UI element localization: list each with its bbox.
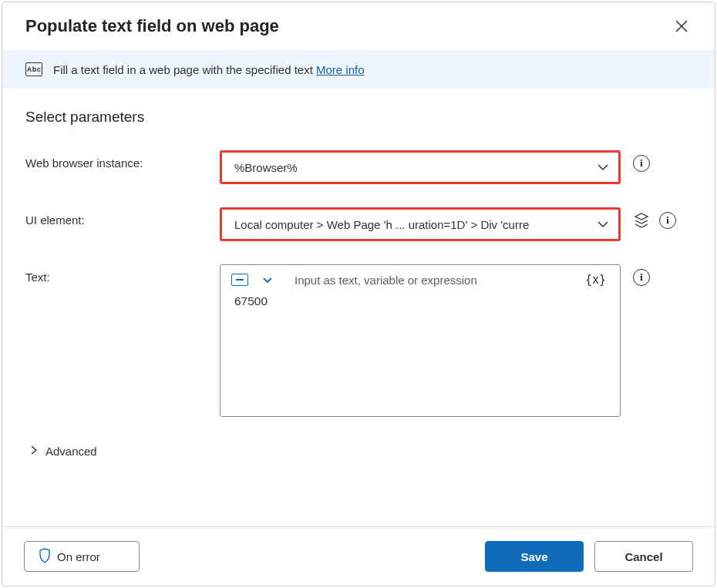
info-bar: Abc Fill a text field in a web page with… <box>2 50 715 89</box>
element-select[interactable]: Local computer > Web Page 'h ... uration… <box>220 207 621 241</box>
text-editor: Input as text, variable or expression {x… <box>220 264 621 417</box>
text-editor-toolbar: Input as text, variable or expression {x… <box>220 265 620 291</box>
browser-info-button[interactable]: i <box>633 155 650 172</box>
browser-select-value: %Browser% <box>234 161 298 174</box>
on-error-button[interactable]: On error <box>24 541 140 572</box>
element-picker-button[interactable] <box>633 212 650 229</box>
element-select-value: Local computer > Web Page 'h ... uration… <box>234 218 529 231</box>
browser-label: Web browser instance: <box>25 150 220 170</box>
dialog-header: Populate text field on web page <box>2 2 715 50</box>
element-label: UI element: <box>25 207 220 227</box>
advanced-toggle[interactable]: Advanced <box>25 440 692 458</box>
dialog-footer: On error Save Cancel <box>2 526 715 586</box>
text-info-button[interactable]: i <box>633 269 650 286</box>
close-icon <box>675 24 688 35</box>
info-icon: i <box>633 155 650 172</box>
cancel-button[interactable]: Cancel <box>594 541 693 572</box>
browser-select[interactable]: %Browser% <box>220 150 621 184</box>
input-mode-dropdown[interactable] <box>262 277 273 284</box>
save-button[interactable]: Save <box>485 541 584 572</box>
section-title: Select parameters <box>25 109 692 126</box>
param-row-browser: Web browser instance: %Browser% i <box>25 150 692 184</box>
text-placeholder: Input as text, variable or expression <box>281 274 574 287</box>
text-input[interactable]: 67500 <box>220 291 620 399</box>
param-row-element: UI element: Local computer > Web Page 'h… <box>25 207 692 241</box>
input-mode-icon <box>231 274 248 286</box>
close-button[interactable] <box>672 16 692 36</box>
param-row-text: Text: Input as text, variable or express… <box>25 264 692 417</box>
chevron-right-icon <box>30 445 38 458</box>
info-text: Fill a text field in a web page with the… <box>53 63 365 76</box>
text-label: Text: <box>25 264 220 284</box>
on-error-label: On error <box>57 550 100 563</box>
dialog-title: Populate text field on web page <box>25 16 279 36</box>
more-info-link[interactable]: More info <box>316 63 365 76</box>
element-info-button[interactable]: i <box>659 212 676 229</box>
chevron-down-icon <box>597 163 609 171</box>
content: Select parameters Web browser instance: … <box>2 89 715 526</box>
text-field-icon: Abc <box>25 62 42 76</box>
dialog: Populate text field on web page Abc Fill… <box>2 2 715 586</box>
chevron-down-icon <box>597 220 609 228</box>
advanced-label: Advanced <box>45 445 97 458</box>
layers-icon <box>633 220 650 231</box>
insert-variable-button[interactable]: {x} <box>582 273 609 287</box>
info-icon: i <box>633 269 650 286</box>
info-icon: i <box>659 212 676 229</box>
shield-icon <box>39 548 51 566</box>
